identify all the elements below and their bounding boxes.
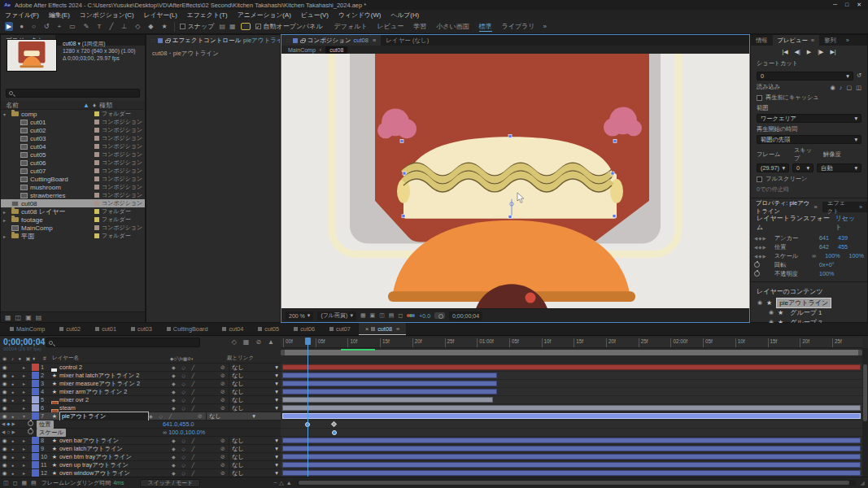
layer-duration-bar[interactable] — [282, 470, 861, 476]
project-item[interactable]: cut03コンポジション — [1, 134, 145, 142]
tab-effects[interactable]: エフェクト — [822, 202, 854, 212]
solo-dot-icon[interactable]: ● — [9, 438, 16, 443]
layer-name[interactable]: oven up trayアウトライン — [59, 461, 172, 469]
layer-duration-bar[interactable] — [282, 446, 861, 451]
pick-whip-icon[interactable]: ⊘ — [217, 397, 229, 403]
pick-whip-icon[interactable]: ⊘ — [217, 373, 229, 379]
tab-layer-viewer[interactable]: レイヤー (なし) — [381, 35, 434, 46]
content-item[interactable]: ◉★pieアウトライン — [751, 298, 867, 307]
property-value[interactable]: 0x+0° — [819, 261, 835, 268]
property-name[interactable]: 位置 — [37, 420, 54, 429]
twirl-icon[interactable]: ▾ — [3, 111, 9, 117]
workspace-2[interactable]: 学習 — [413, 22, 426, 32]
twirl-icon[interactable]: ▸ — [23, 397, 30, 403]
twirl-icon[interactable]: ▸ — [23, 446, 30, 451]
parent-dropdown[interactable]: なし▾ — [229, 404, 281, 412]
pick-whip-icon[interactable]: ⊘ — [217, 364, 229, 371]
project-item[interactable]: cut07コンポジション — [1, 167, 145, 175]
label-color-swatch[interactable] — [94, 144, 99, 149]
kf-current-icon[interactable]: ◇ — [7, 429, 10, 434]
timeline-tab-CuttingBoard[interactable]: CuttingBoard — [160, 323, 215, 335]
project-item[interactable]: cut04コンポジション — [1, 142, 145, 150]
property-value[interactable]: 455 — [838, 243, 848, 251]
timeline-header-1-icon[interactable]: ▦ — [243, 338, 250, 346]
menu-3[interactable]: レイヤー(L) — [144, 11, 177, 20]
breadcrumb-maincomp[interactable]: MainComp — [288, 47, 316, 53]
label-color-swatch[interactable] — [32, 469, 39, 477]
parent-dropdown[interactable]: なし▾ — [229, 364, 281, 372]
keyframe-navigator[interactable]: ◀◇▶ — [2, 429, 15, 434]
solo-dot-icon[interactable]: ● — [9, 455, 16, 460]
label-color-swatch[interactable] — [94, 136, 99, 141]
transport-1-button[interactable]: ◀| — [795, 49, 800, 55]
frame-rate-select[interactable]: (29.97) ▾ — [757, 163, 789, 172]
solo-dot-icon[interactable]: ● — [9, 381, 16, 386]
kf-next-icon[interactable]: ▶ — [11, 421, 15, 426]
composition-thumbnail[interactable] — [7, 39, 57, 72]
pick-whip-icon[interactable]: ⊘ — [217, 470, 229, 477]
column-type[interactable]: 種類 — [99, 101, 140, 110]
project-footer-3-icon[interactable]: ▤ — [36, 314, 42, 321]
rotate-tool[interactable]: ↺ — [42, 22, 51, 31]
column-name[interactable]: 名前 — [6, 101, 83, 110]
label-color-swatch[interactable] — [94, 201, 99, 206]
label-color-swatch[interactable] — [32, 396, 39, 403]
solo-dot-icon[interactable]: ● — [9, 398, 16, 403]
layer-switches-icons[interactable]: ◆ ◇ ╱ — [172, 373, 217, 378]
flag-dropdown-icon[interactable]: ▾ — [78, 41, 81, 46]
timeline-lane[interactable] — [281, 420, 862, 429]
label-color-swatch[interactable] — [94, 176, 99, 181]
layer-name[interactable]: mixer armアウトライン 2 — [59, 388, 172, 396]
twirl-icon[interactable]: ▸ — [3, 209, 9, 215]
transport-3-button[interactable]: |▶ — [818, 49, 823, 55]
menu-4[interactable]: エフェクト(T) — [187, 11, 228, 20]
tab-effect-controls[interactable]: ∷ エフェクトコントロール pieアウトライン ≡ — [146, 35, 280, 46]
breadcrumb-current[interactable]: cut08 — [325, 46, 347, 54]
panel-menu-icon[interactable]: ≡ — [373, 37, 376, 44]
label-color-swatch[interactable] — [32, 453, 39, 460]
layer-switches-icons[interactable]: ◆ ◇ ╱ — [172, 470, 217, 476]
viewer-toolbar-1-icon[interactable]: ▣ — [370, 312, 376, 319]
property-value[interactable]: ∞ 100.0,100.0% — [163, 429, 205, 436]
property-value[interactable]: 641.0,455.0 — [163, 420, 194, 428]
keyframe-nav-icon[interactable]: ◀◆▶ — [754, 236, 772, 241]
timeline-lane[interactable] — [281, 429, 862, 437]
layer-duration-bar[interactable] — [282, 364, 861, 370]
timeline-tab-cut02[interactable]: cut02 — [53, 323, 87, 335]
timeline-search-input[interactable] — [46, 338, 200, 347]
timeline-lane[interactable] — [281, 372, 862, 380]
channel-icon[interactable] — [407, 314, 415, 317]
solo-dot-icon[interactable]: ● — [9, 390, 16, 394]
timeline-tab-cut04[interactable]: cut04 — [216, 323, 250, 335]
viewer-timecode[interactable]: 0;00;00;04 — [449, 312, 482, 320]
pick-whip-icon[interactable]: ⊘ — [194, 413, 206, 420]
eraser-tool[interactable]: ◇ — [133, 22, 142, 31]
layer-name[interactable]: mixer measureアウトライン 2 — [59, 380, 172, 388]
parent-dropdown[interactable]: なし▾ — [229, 453, 281, 461]
project-item[interactable]: ▸cut08 レイヤーフォルダー — [1, 207, 145, 216]
twirl-icon[interactable]: ▸ — [23, 381, 30, 386]
timeline-footer-3-icon[interactable]: ▤ — [31, 480, 37, 486]
project-item[interactable]: mushroomコンポジション — [1, 183, 145, 191]
parent-dropdown[interactable]: なし▾ — [229, 445, 281, 453]
layer-duration-bar[interactable] — [282, 405, 861, 411]
visibility-eye-icon[interactable]: ◉ — [0, 373, 9, 379]
visibility-eye-icon[interactable]: ◉ — [0, 413, 9, 420]
viewer-toolbar-3-icon[interactable]: ▤ — [389, 312, 395, 319]
timeline-lane[interactable] — [281, 437, 862, 445]
selection-tool[interactable]: ▶ — [5, 22, 13, 31]
visibility-eye-icon[interactable]: ◉ — [0, 405, 9, 412]
label-color-swatch[interactable] — [94, 185, 99, 190]
roto-brush-tool[interactable]: ◆ — [146, 22, 155, 31]
stopwatch-icon[interactable] — [754, 271, 772, 277]
zoom-level-select[interactable]: 200 % ▾ — [286, 312, 313, 320]
parent-dropdown[interactable]: なし▾ — [229, 396, 281, 404]
layer-name[interactable]: oven latchアウトライン — [59, 445, 172, 453]
label-color-swatch[interactable] — [94, 209, 99, 214]
menu-0[interactable]: ファイル(F) — [5, 11, 39, 20]
timeline-lane[interactable] — [281, 412, 862, 420]
cache-before-play-checkbox[interactable] — [757, 95, 762, 101]
project-footer-0-icon[interactable]: ▦ — [5, 314, 11, 321]
timeline-lane[interactable] — [281, 396, 862, 404]
layer-switches-icons[interactable]: ◆ ◇ ╱ — [172, 462, 217, 468]
